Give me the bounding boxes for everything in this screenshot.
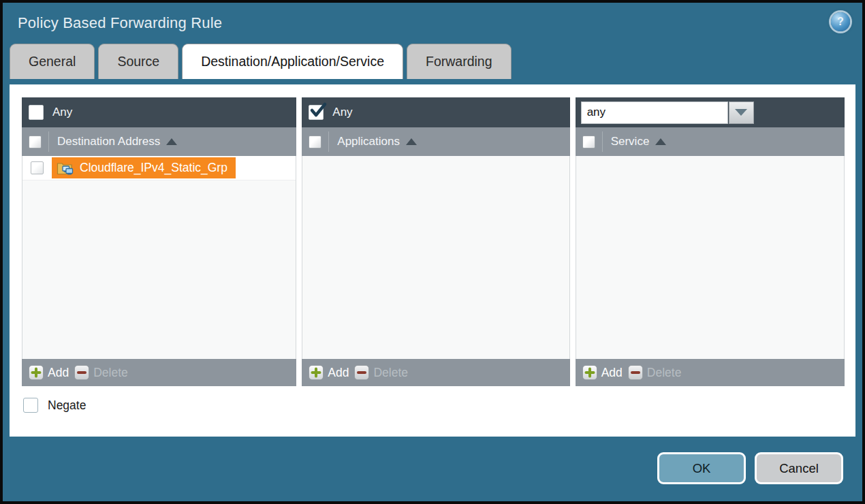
service-column: any Service bbox=[576, 97, 845, 386]
destination-header-row[interactable]: Destination Address bbox=[22, 127, 296, 156]
chevron-down-icon bbox=[735, 109, 747, 116]
applications-header-row[interactable]: Applications bbox=[302, 127, 569, 156]
add-plus-icon bbox=[309, 365, 324, 380]
applications-header-label: Applications bbox=[337, 135, 400, 148]
tab-content-panel: Any Destination Address bbox=[10, 84, 855, 437]
service-list bbox=[576, 156, 845, 359]
service-add-button[interactable]: Add bbox=[582, 365, 623, 380]
address-group-icon bbox=[57, 160, 74, 176]
delete-label: Delete bbox=[647, 366, 682, 380]
destination-select-all-checkbox[interactable] bbox=[29, 136, 42, 148]
sort-ascending-icon[interactable] bbox=[406, 138, 417, 145]
add-plus-icon bbox=[582, 365, 597, 380]
title-bar: Policy Based Forwarding Rule ? bbox=[3, 3, 862, 44]
tab-general-label: General bbox=[29, 54, 76, 69]
destination-address-column: Any Destination Address bbox=[22, 97, 296, 386]
negate-label: Negate bbox=[48, 398, 86, 413]
applications-actions-bar: Add Delete bbox=[302, 359, 569, 386]
columns-container: Any Destination Address bbox=[10, 84, 855, 386]
tab-source-label: Source bbox=[117, 54, 159, 69]
add-plus-icon bbox=[29, 365, 44, 380]
tab-forwarding-label: Forwarding bbox=[426, 54, 492, 69]
service-dropdown-value[interactable]: any bbox=[581, 101, 728, 124]
applications-any-label: Any bbox=[332, 106, 352, 119]
add-label: Add bbox=[48, 366, 69, 380]
applications-delete-button[interactable]: Delete bbox=[354, 365, 408, 380]
cancel-button[interactable]: Cancel bbox=[755, 452, 843, 484]
delete-minus-icon bbox=[74, 365, 89, 380]
service-header-cell: Service bbox=[611, 135, 667, 148]
tab-bar: General Source Destination/Application/S… bbox=[3, 44, 862, 79]
negate-row: Negate bbox=[23, 398, 855, 413]
add-label: Add bbox=[328, 366, 349, 380]
policy-based-forwarding-dialog: Policy Based Forwarding Rule ? General S… bbox=[0, 0, 865, 504]
tab-forwarding[interactable]: Forwarding bbox=[407, 44, 512, 79]
add-label: Add bbox=[601, 366, 623, 380]
destination-add-button[interactable]: Add bbox=[29, 365, 69, 380]
destination-any-label: Any bbox=[52, 106, 72, 119]
negate-checkbox[interactable] bbox=[23, 398, 38, 413]
applications-column: Any Applications bbox=[302, 97, 569, 386]
ok-button[interactable]: OK bbox=[657, 452, 746, 484]
applications-any-checkbox-checked[interactable] bbox=[309, 105, 324, 120]
service-header-row[interactable]: Service bbox=[576, 127, 845, 156]
applications-any-bar: Any bbox=[302, 97, 569, 127]
tab-destination-application-service[interactable]: Destination/Application/Service bbox=[182, 44, 403, 79]
service-header-label: Service bbox=[611, 135, 650, 148]
destination-header-checkbox-cell bbox=[22, 131, 49, 152]
applications-header-cell: Applications bbox=[337, 135, 417, 148]
address-group-name: Cloudflare_IPv4_Static_Grp bbox=[80, 161, 227, 175]
service-dropdown-trigger[interactable] bbox=[729, 101, 754, 124]
dialog-footer-buttons: OK Cancel bbox=[657, 452, 843, 484]
sort-ascending-icon[interactable] bbox=[166, 138, 177, 145]
applications-header-checkbox-cell bbox=[302, 131, 329, 152]
service-header-checkbox-cell bbox=[576, 131, 603, 152]
list-item[interactable]: Cloudflare_IPv4_Static_Grp bbox=[22, 156, 296, 180]
service-dropdown-bar: any bbox=[576, 97, 845, 127]
tab-destination-label: Destination/Application/Service bbox=[201, 54, 384, 69]
dialog-title: Policy Based Forwarding Rule bbox=[18, 14, 222, 32]
help-icon[interactable]: ? bbox=[831, 12, 850, 31]
applications-list bbox=[302, 156, 569, 359]
delete-minus-icon bbox=[628, 365, 643, 380]
applications-add-button[interactable]: Add bbox=[309, 365, 349, 380]
tab-source[interactable]: Source bbox=[98, 44, 178, 79]
address-group-entry[interactable]: Cloudflare_IPv4_Static_Grp bbox=[52, 157, 236, 178]
sort-ascending-icon[interactable] bbox=[655, 138, 666, 145]
destination-list: Cloudflare_IPv4_Static_Grp bbox=[22, 156, 296, 359]
tab-general[interactable]: General bbox=[10, 44, 95, 79]
destination-delete-button[interactable]: Delete bbox=[74, 365, 128, 380]
row-checkbox[interactable] bbox=[31, 161, 44, 174]
delete-label: Delete bbox=[373, 366, 408, 380]
destination-header-cell: Destination Address bbox=[57, 135, 177, 148]
service-delete-button[interactable]: Delete bbox=[628, 365, 682, 380]
service-select-all-checkbox[interactable] bbox=[582, 136, 595, 148]
destination-actions-bar: Add Delete bbox=[22, 359, 296, 386]
service-dropdown[interactable]: any bbox=[581, 101, 754, 124]
delete-label: Delete bbox=[93, 366, 128, 380]
applications-select-all-checkbox[interactable] bbox=[309, 136, 321, 148]
service-actions-bar: Add Delete bbox=[576, 359, 845, 386]
destination-any-bar: Any bbox=[22, 97, 296, 127]
destination-any-checkbox[interactable] bbox=[29, 105, 44, 120]
delete-minus-icon bbox=[354, 365, 369, 380]
help-glyph: ? bbox=[837, 16, 844, 28]
destination-header-label: Destination Address bbox=[57, 135, 160, 148]
